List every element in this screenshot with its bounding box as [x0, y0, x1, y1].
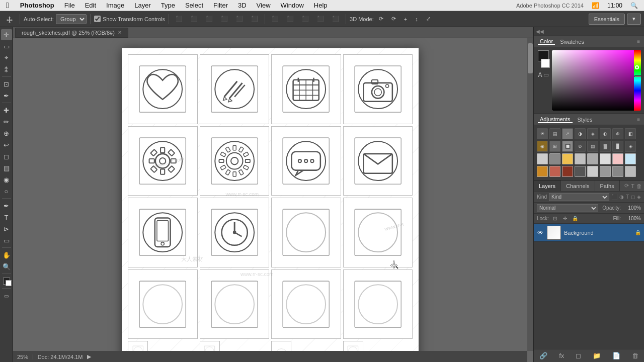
align-center-btn[interactable]: ⬛ — [188, 13, 201, 25]
collapse-panel-btn[interactable]: ◀◀ — [536, 29, 544, 34]
status-arrow[interactable]: ▶ — [87, 353, 91, 360]
style-2[interactable] — [549, 153, 560, 164]
3d-slide-btn[interactable]: ↕ — [412, 13, 421, 25]
bg-color-swatch[interactable] — [541, 59, 550, 68]
show-transform-checkbox[interactable] — [94, 16, 101, 22]
healing-brush-tool[interactable]: ✚ — [1, 105, 12, 116]
style-15[interactable] — [612, 166, 623, 177]
menu-filter[interactable]: Filter — [208, 0, 233, 11]
hand-tool[interactable]: ✋ — [1, 249, 12, 260]
apple-menu[interactable]:  — [0, 1, 15, 10]
style-10[interactable] — [549, 166, 560, 177]
new-layer-btn[interactable]: 📄 — [612, 352, 620, 359]
tab-paths[interactable]: Paths — [595, 180, 620, 191]
kind-filter-dropdown[interactable]: Kind — [549, 193, 609, 201]
style-6[interactable] — [600, 153, 611, 164]
menu-select[interactable]: Select — [180, 0, 208, 11]
adj-color-lookup[interactable]: 🔲 — [562, 141, 573, 152]
screen-mode-btn[interactable]: ▭ — [1, 290, 12, 301]
align-right-btn[interactable]: ⬛ — [203, 13, 216, 25]
style-3[interactable] — [562, 153, 573, 164]
auto-select-dropdown[interactable]: Group Layer — [56, 14, 87, 24]
layers-action-3[interactable]: 🗑 — [636, 183, 642, 189]
tab-color[interactable]: Color — [538, 38, 555, 45]
adj-levels[interactable]: ▤ — [549, 128, 560, 139]
pen-tool[interactable]: ✒ — [1, 200, 12, 211]
workspace-dropdown-btn[interactable]: ▾ — [627, 14, 641, 25]
layers-action-1[interactable]: ⟳ — [624, 183, 629, 189]
adj-selective-color[interactable]: ◈ — [625, 141, 636, 152]
document-tab[interactable]: rough_sketches.pdf @ 25% (RGB/8#) ✕ — [15, 28, 128, 38]
eraser-tool[interactable]: ◻ — [1, 151, 12, 162]
clone-stamp-tool[interactable]: ⊕ — [1, 128, 12, 139]
dist-4-btn[interactable]: ⬛ — [314, 13, 327, 25]
eyedropper-tool[interactable]: ✒ — [1, 90, 12, 101]
link-layers-btn[interactable]: 🔗 — [539, 352, 547, 359]
style-5[interactable] — [587, 153, 598, 164]
crop-tool[interactable]: ⊡ — [1, 78, 12, 89]
move-tool[interactable]: ✛ — [1, 29, 12, 40]
align-left-btn[interactable]: ⬛ — [173, 13, 186, 25]
filter-smart-icon[interactable]: ◈ — [637, 194, 641, 200]
lock-position-btn[interactable]: ✛ — [561, 215, 569, 223]
adj-gradient-map[interactable]: ▊ — [612, 141, 623, 152]
history-brush-tool[interactable]: ↩ — [1, 139, 12, 150]
style-7[interactable] — [612, 153, 623, 164]
dodge-tool[interactable]: ○ — [1, 186, 12, 197]
scrollbar-thumb-vertical[interactable] — [528, 43, 533, 73]
menu-layer[interactable]: Layer — [129, 0, 156, 11]
menu-window[interactable]: Window — [276, 0, 309, 11]
style-8[interactable] — [625, 153, 636, 164]
adj-threshold[interactable]: ▓ — [600, 141, 611, 152]
filter-text-icon[interactable]: T — [626, 194, 629, 200]
layers-action-2[interactable]: T — [631, 183, 634, 189]
layer-item-background[interactable]: 👁 Background 🔒 — [534, 224, 644, 242]
3d-pan-btn[interactable]: + — [401, 13, 410, 25]
zoom-tool[interactable]: 🔍 — [1, 261, 12, 272]
layer-visibility-toggle[interactable]: 👁 — [537, 229, 544, 236]
adj-brightness[interactable]: ☀ — [537, 128, 548, 139]
lock-all-btn[interactable]: 🔒 — [571, 215, 579, 223]
color-picker-handle[interactable] — [635, 65, 639, 69]
style-9[interactable] — [537, 166, 548, 177]
blur-tool[interactable]: ◉ — [1, 174, 12, 185]
blend-mode-dropdown[interactable]: Normal Multiply Screen — [537, 204, 598, 212]
3d-orbit-btn[interactable]: ⟳ — [376, 13, 386, 25]
menu-image[interactable]: Image — [101, 0, 129, 11]
new-group-btn[interactable]: 📁 — [593, 352, 601, 359]
spotlight-icon[interactable]: 🔍 — [628, 2, 640, 9]
tab-close-btn[interactable]: ✕ — [118, 30, 122, 35]
color-gradient-picker[interactable] — [552, 50, 641, 111]
menu-file[interactable]: File — [59, 0, 80, 11]
opacity-value[interactable]: 100% — [623, 205, 641, 211]
adj-hue-sat[interactable]: ◐ — [600, 128, 611, 139]
style-4[interactable] — [575, 153, 586, 164]
menu-photoshop[interactable]: Photoshop — [15, 0, 59, 11]
add-style-btn[interactable]: fx — [559, 352, 564, 359]
dist-h-btn[interactable]: ⬛ — [269, 13, 282, 25]
brush-tool[interactable]: ✏ — [1, 116, 12, 127]
adj-posterize[interactable]: ▤ — [587, 141, 598, 152]
style-12[interactable] — [575, 166, 586, 177]
tab-layers[interactable]: Layers — [534, 180, 561, 191]
adj-invert[interactable]: ⊘ — [575, 141, 586, 152]
menu-type[interactable]: Type — [156, 0, 180, 11]
adj-curves[interactable]: ↗ — [562, 128, 573, 139]
3d-scale-btn[interactable]: ⤢ — [423, 13, 434, 25]
essentials-btn[interactable]: Essentials — [589, 14, 625, 25]
style-16[interactable] — [625, 166, 636, 177]
magic-wand-tool[interactable]: ⁑ — [1, 64, 12, 75]
adj-panel-collapse[interactable]: ≡ — [637, 117, 640, 122]
style-13[interactable]: + — [587, 166, 598, 177]
menu-edit[interactable]: Edit — [80, 0, 101, 11]
adj-color-balance[interactable]: ⊕ — [612, 128, 623, 139]
dist-5-btn[interactable]: ⬛ — [329, 13, 342, 25]
fill-value[interactable]: 100% — [623, 216, 641, 221]
align-bottom-btn[interactable]: ⬛ — [248, 13, 261, 25]
tab-styles[interactable]: Styles — [576, 117, 595, 123]
style-1[interactable] — [537, 153, 548, 164]
filter-adjust-icon[interactable]: ◑ — [619, 194, 624, 200]
adj-channel-mixer[interactable]: ⊞ — [549, 141, 560, 152]
adj-vibrance[interactable]: ◈ — [587, 128, 598, 139]
adj-photo-filter[interactable]: ◉ — [537, 141, 548, 152]
